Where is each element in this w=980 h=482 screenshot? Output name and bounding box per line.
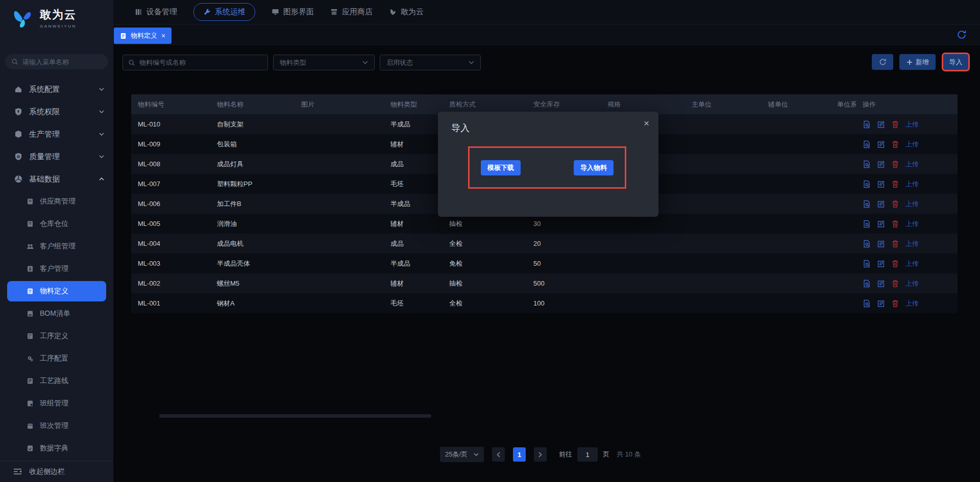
- edit-icon[interactable]: [877, 120, 885, 129]
- page-refresh-icon[interactable]: [957, 30, 967, 40]
- menu-search-input[interactable]: [22, 58, 99, 66]
- view-detail-icon[interactable]: [863, 260, 871, 268]
- edit-icon[interactable]: [877, 260, 885, 268]
- delete-icon[interactable]: [891, 280, 899, 288]
- sidebar-item-team-management[interactable]: 班组管理: [0, 392, 113, 415]
- add-button[interactable]: 新增: [899, 54, 936, 70]
- sidebar-group-quality[interactable]: 质量管理: [0, 145, 113, 168]
- page-size-select[interactable]: 25条/页: [440, 447, 484, 462]
- delete-icon[interactable]: [891, 200, 899, 208]
- view-detail-icon[interactable]: [863, 160, 871, 168]
- view-detail-icon[interactable]: [863, 140, 871, 148]
- sidebar-item-shift-management[interactable]: 班次管理: [0, 415, 113, 437]
- sidebar-item-customer-group[interactable]: 客户组管理: [0, 235, 113, 258]
- upload-link[interactable]: 上传: [905, 299, 919, 308]
- delete-icon[interactable]: [891, 299, 899, 308]
- sidebar-group-base-data[interactable]: 基础数据: [0, 168, 113, 190]
- cell-name: 加工件B: [210, 199, 295, 209]
- sidebar-item-process-definition[interactable]: 工序定义: [0, 325, 113, 347]
- edit-icon[interactable]: [877, 240, 885, 248]
- cell-name: 塑料颗粒PP: [210, 180, 295, 189]
- upload-link[interactable]: 上传: [905, 219, 919, 229]
- sidebar-item-supplier[interactable]: 供应商管理: [0, 190, 113, 213]
- enable-status-value: 启用状态: [386, 58, 413, 67]
- sidebar-group-system-config[interactable]: 系统配置: [0, 78, 113, 100]
- sidebar-item-customer[interactable]: 客户管理: [0, 258, 113, 280]
- nav-graphic-ui[interactable]: 图形界面: [272, 7, 314, 17]
- table-row[interactable]: ML-003 半成品壳体 半成品 免检 50 上传: [131, 253, 958, 273]
- edit-icon[interactable]: [877, 220, 885, 228]
- next-page-button[interactable]: [534, 447, 547, 462]
- menu-search[interactable]: [5, 54, 108, 69]
- sidebar-item-data-dictionary[interactable]: 数据字典: [0, 437, 113, 460]
- view-detail-icon[interactable]: [863, 299, 871, 308]
- sidebar-item-process-config[interactable]: 工序配置: [0, 347, 113, 370]
- edit-icon[interactable]: [877, 200, 885, 208]
- upload-link[interactable]: 上传: [905, 259, 919, 268]
- upload-link[interactable]: 上传: [905, 160, 919, 169]
- delete-icon[interactable]: [891, 120, 899, 129]
- view-detail-icon[interactable]: [863, 240, 871, 248]
- prev-page-button[interactable]: [492, 447, 505, 462]
- delete-icon[interactable]: [891, 240, 899, 248]
- tab-close-icon[interactable]: ×: [161, 32, 165, 40]
- material-search-input[interactable]: [139, 59, 257, 66]
- enable-status-select[interactable]: 启用状态: [380, 55, 481, 70]
- edit-icon[interactable]: [877, 160, 885, 168]
- sidebar-item-bom[interactable]: BOM清单: [0, 302, 113, 325]
- upload-link[interactable]: 上传: [905, 279, 919, 288]
- chevron-down-icon: [362, 61, 368, 64]
- collapse-icon: [13, 468, 22, 475]
- tab-material-definition[interactable]: 物料定义 ×: [114, 28, 172, 44]
- import-button[interactable]: 导入: [943, 54, 968, 70]
- table-row[interactable]: ML-001 钢材A 毛坯 全检 100 上传: [131, 293, 958, 313]
- upload-link[interactable]: 上传: [905, 199, 919, 209]
- view-detail-icon[interactable]: [863, 180, 871, 188]
- sidebar-item-material-definition[interactable]: 物料定义: [7, 281, 106, 301]
- edit-icon[interactable]: [877, 140, 885, 148]
- view-detail-icon[interactable]: [863, 280, 871, 288]
- view-detail-icon[interactable]: [863, 220, 871, 228]
- tab-strip: 物料定义 ×: [113, 24, 980, 45]
- nav-system-ops[interactable]: 系统运维: [193, 3, 255, 21]
- sidebar-group-production[interactable]: 生产管理: [0, 123, 113, 145]
- upload-link[interactable]: 上传: [905, 140, 919, 149]
- material-search-box[interactable]: [122, 55, 268, 70]
- view-detail-icon[interactable]: [863, 120, 871, 129]
- refresh-button[interactable]: [872, 54, 893, 70]
- delete-icon[interactable]: [891, 160, 899, 168]
- horizontal-scrollbar[interactable]: [159, 414, 431, 418]
- template-download-button[interactable]: 模板下载: [481, 160, 521, 175]
- chevron-left-icon: [497, 452, 500, 458]
- sidebar-item-process-route[interactable]: 工艺路线: [0, 370, 113, 392]
- delete-icon[interactable]: [891, 180, 899, 188]
- table-row[interactable]: ML-004 成品电机 成品 全检 20 上传: [131, 234, 958, 253]
- edit-icon[interactable]: [877, 180, 885, 188]
- delete-icon[interactable]: [891, 220, 899, 228]
- sidebar-group-system-permission[interactable]: 系统权限: [0, 100, 113, 123]
- cell-code: ML-008: [131, 160, 210, 168]
- edit-icon[interactable]: [877, 280, 885, 288]
- material-type-select[interactable]: 物料类型: [273, 55, 375, 70]
- nav-app-store[interactable]: 应用商店: [330, 7, 373, 17]
- collapse-sidebar-button[interactable]: 收起侧边栏: [0, 461, 113, 482]
- view-detail-icon[interactable]: [863, 200, 871, 208]
- delete-icon[interactable]: [891, 260, 899, 268]
- page-number-1[interactable]: 1: [513, 447, 526, 462]
- cell-actions: 上传: [856, 239, 958, 248]
- upload-link[interactable]: 上传: [905, 239, 919, 248]
- table-row[interactable]: ML-002 螺丝M5 辅材 抽检 500 上传: [131, 273, 958, 293]
- upload-link[interactable]: 上传: [905, 180, 919, 189]
- delete-icon[interactable]: [891, 140, 899, 148]
- top-nav: 设备管理 系统运维 图形界面 应用商店 敢为云: [113, 0, 980, 24]
- main-content: 物料类型 启用状态 新增 导入 物料编号 物料名称 图片 物料类型 质检方式 安…: [113, 45, 980, 482]
- import-material-button[interactable]: 导入物料: [574, 160, 614, 175]
- cell-safety-stock: 500: [527, 280, 601, 287]
- edit-icon[interactable]: [877, 299, 885, 308]
- sidebar-item-warehouse[interactable]: 仓库仓位: [0, 213, 113, 235]
- nav-ganweiyun[interactable]: 敢为云: [389, 7, 424, 17]
- nav-equipment[interactable]: 设备管理: [135, 7, 177, 17]
- modal-close-icon[interactable]: ×: [644, 118, 649, 129]
- upload-link[interactable]: 上传: [905, 120, 919, 129]
- goto-page-input[interactable]: [577, 447, 598, 462]
